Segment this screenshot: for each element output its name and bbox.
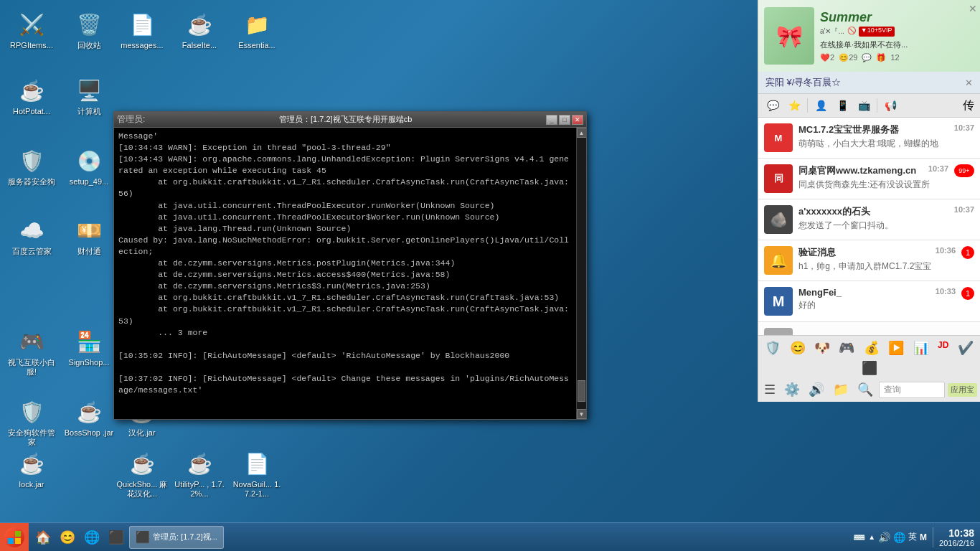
qq-folder-icon[interactable]: 📁 (830, 380, 852, 399)
icon-baiduyun[interactable]: ☁️ 百度云管家 (3, 212, 60, 260)
icon-rpgitems-label: RPGItems... (10, 41, 53, 50)
chat-item-mengfei[interactable]: M MengFei_ 10:33 好的 1 (758, 281, 980, 322)
novaguil-icon: 📄 (242, 449, 271, 478)
app-icon-shield[interactable]: 🛡️ (762, 339, 783, 357)
taskbar-icon-home[interactable]: 🏠 (32, 526, 55, 549)
taskbar-terminal-icon: ⬛ (136, 530, 150, 544)
terminal-minimize-button[interactable]: _ (546, 115, 557, 125)
start-button[interactable] (0, 523, 29, 552)
icon-signshop[interactable]: 🏪 SignShop... (60, 323, 118, 372)
terminal-title: 管理员：[1.7.2]视飞互联专用开服端cb (145, 114, 546, 125)
taskbar-icon-browser[interactable]: 🌐 (80, 526, 103, 549)
icon-caifutong-label: 财付通 (77, 247, 101, 256)
app-icon-game[interactable]: 🎮 (836, 339, 857, 357)
chat-item-verify[interactable]: 🔔 验证消息 10:36 h1，帅g，申请加入群MC1.7.2宝宝 1 (758, 240, 980, 281)
qq-menu-icon[interactable]: ☰ (761, 380, 778, 399)
icon-novaguil-label: NovaGuil... 1.7.2-1... (231, 480, 283, 499)
icon-falseite-label: FalseIte... (182, 41, 217, 50)
scrollbar-track[interactable] (577, 138, 586, 409)
app-icon-dog[interactable]: 🐶 (811, 339, 833, 357)
chat-info-verify: 验证消息 10:36 h1，帅g，申请加入群MC1.7.2宝宝 (798, 246, 956, 273)
tray-keyboard-icon[interactable]: ⌨️ (853, 532, 865, 543)
toolbar-person-icon[interactable]: 👤 (812, 97, 829, 114)
taskbar-terminal-label: 管理员: [1.7.2]视... (153, 532, 217, 542)
taskbar-icon-qq[interactable]: 😊 (56, 526, 79, 549)
icon-messages[interactable]: 📄 messages... (113, 6, 171, 55)
icon-huahua-label: 汉化.jar (128, 428, 155, 438)
tray-clock[interactable]: 10:38 2016/2/16 (933, 527, 980, 547)
terminal-close-button[interactable]: ✕ (572, 115, 583, 125)
chat-time-mengfei: 10:33 (936, 287, 956, 298)
qq-close-icon[interactable]: ✕ (965, 77, 973, 88)
icon-essentia[interactable]: 📁 Essentia... (228, 6, 286, 55)
icon-falseite[interactable]: ☕ FalseIte... (171, 6, 228, 55)
terminal-maximize-button[interactable]: □ (559, 115, 570, 125)
scrollbar-up-arrow[interactable]: ▲ (577, 128, 587, 138)
terminal-scrollbar[interactable]: ▲ ▼ (576, 128, 586, 419)
qq-ad-banner: 🎀 Summer a'✕『... 🚫 ▼10+5VIP 在线接单·我如果不在待.… (758, 0, 980, 72)
scrollbar-down-arrow[interactable]: ▼ (577, 409, 587, 419)
icon-hotpota[interactable]: ☕ HotPotat... (3, 72, 60, 121)
icon-shijufei[interactable]: 🎮 视飞互联小白服! (3, 323, 60, 381)
icon-signshop-label: SignShop... (69, 358, 110, 367)
icon-recycle[interactable]: 🗑️ 回收站 (60, 6, 118, 55)
icon-security[interactable]: 🛡️ 服务器安全狗 (3, 142, 60, 191)
toolbar-tv-icon[interactable]: 📺 (855, 97, 872, 114)
toolbar-right-btn[interactable]: 传 (963, 98, 974, 113)
qq-appbao-btn[interactable]: 应用宝 (948, 383, 977, 397)
toolbar-chat-icon[interactable]: 💬 (764, 97, 781, 114)
app-icon-grid[interactable]: ⬛ (859, 359, 880, 377)
icon-caifutong[interactable]: 💴 财付通 (60, 212, 118, 260)
icon-setup49[interactable]: 💿 setup_49... (60, 142, 118, 191)
chat-item-mc172[interactable]: M MC1.7.2宝宝世界服务器 10:37 萌萌哒，小白大大君:哦呢，蝴蝶的地 (758, 118, 980, 159)
qq-ad-close-button[interactable]: ✕ (969, 3, 977, 14)
app-icon-check[interactable]: ✔️ (955, 339, 976, 357)
utilityp-icon: ☕ (185, 449, 214, 478)
chat-name-mengfei: MengFei_ 10:33 (798, 287, 956, 298)
tray-caret-icon[interactable]: ▲ (868, 533, 875, 541)
qq-volume-icon[interactable]: 🔊 (806, 380, 827, 399)
app-icon-jd[interactable]: JD (935, 339, 951, 357)
app-icon-play[interactable]: ▶️ (885, 339, 907, 357)
terminal-titlebar: 管理员: 管理员：[1.7.2]视飞互联专用开服端cb _ □ ✕ (114, 112, 586, 128)
icon-lock[interactable]: ☕ lock.jar (3, 445, 60, 494)
toolbar-star-icon[interactable]: ⭐ (786, 97, 803, 114)
chat-info-axstone: a'xxxxxxx的石头 10:37 您发送了一个窗口抖动。 (798, 205, 974, 232)
tray-network-icon[interactable]: 🌐 (893, 532, 905, 543)
icon-rpgitems[interactable]: ⚔️ RPGItems... (3, 6, 60, 55)
qq-user-name: 宾阳 ¥/寻冬百晨☆ (765, 76, 841, 89)
toolbar-phone-icon[interactable]: 📱 (834, 97, 851, 114)
app-icon-money[interactable]: 💰 (861, 339, 882, 357)
chat-item-tzkameng[interactable]: 同 同桌官网www.tzkameng.cn 10:37 同桌供货商森先生:还有没… (758, 159, 980, 199)
tray-lang-m[interactable]: M (920, 532, 927, 542)
qq-search-icon[interactable]: 🔍 (854, 380, 876, 399)
svg-rect-2 (8, 538, 14, 544)
terminal-window: 管理员: 管理员：[1.7.2]视飞互联专用开服端cb _ □ ✕ Messag… (113, 111, 587, 420)
icon-novaguil[interactable]: 📄 NovaGuil... 1.7.2-1... (228, 445, 286, 503)
qq-settings-icon[interactable]: ⚙️ (781, 380, 803, 399)
qq-ad-subtitle: 在线接单·我如果不在待... (820, 39, 974, 50)
app-icon-smiley[interactable]: 😊 (787, 339, 809, 357)
toolbar-broadcast-icon[interactable]: 📢 (882, 97, 899, 114)
scrollbar-thumb[interactable] (578, 380, 585, 402)
icon-anquandog[interactable]: 🛡️ 安全狗软件管家 (3, 393, 60, 451)
qq-panel: 🎀 Summer a'✕『... 🚫 ▼10+5VIP 在线接单·我如果不在待.… (758, 0, 980, 402)
svg-rect-0 (8, 531, 14, 537)
chat-item-partial[interactable]: ... ... (758, 322, 980, 335)
taskbar-icon-cmd[interactable]: ⬛ (105, 526, 128, 549)
icon-essentia-label: Essentia... (238, 41, 275, 50)
tray-lang-en[interactable]: 英 (908, 531, 917, 543)
chat-info-tzkameng: 同桌官网www.tzkameng.cn 10:37 同桌供货商森先生:还有没设设… (798, 164, 948, 191)
icon-bossshop[interactable]: ☕ BossShop .jar (60, 393, 118, 442)
icon-quicksho[interactable]: ☕ QuickSho... 麻花汉化... (113, 445, 171, 503)
taskbar-terminal-item[interactable]: ⬛ 管理员: [1.7.2]视... (129, 526, 224, 549)
terminal-output: Message' [10:34:43 WARN]: Exception in t… (114, 128, 576, 419)
qq-ad-text: Summer a'✕『... 🚫 ▼10+5VIP 在线接单·我如果不在待...… (814, 10, 974, 62)
tray-volume-icon[interactable]: 🔊 (878, 532, 890, 543)
icon-utilityp[interactable]: ☕ UtilityP... , 1.7.2%... (171, 445, 228, 503)
icon-hotpota-label: HotPotat... (13, 107, 50, 116)
qq-search-box[interactable]: 查询 (879, 382, 945, 398)
app-icon-chart[interactable]: 📊 (910, 339, 932, 357)
icon-computer[interactable]: 🖥️ 计算机 (60, 72, 118, 121)
chat-item-axstone[interactable]: 🪨 a'xxxxxxx的石头 10:37 您发送了一个窗口抖动。 (758, 199, 980, 240)
